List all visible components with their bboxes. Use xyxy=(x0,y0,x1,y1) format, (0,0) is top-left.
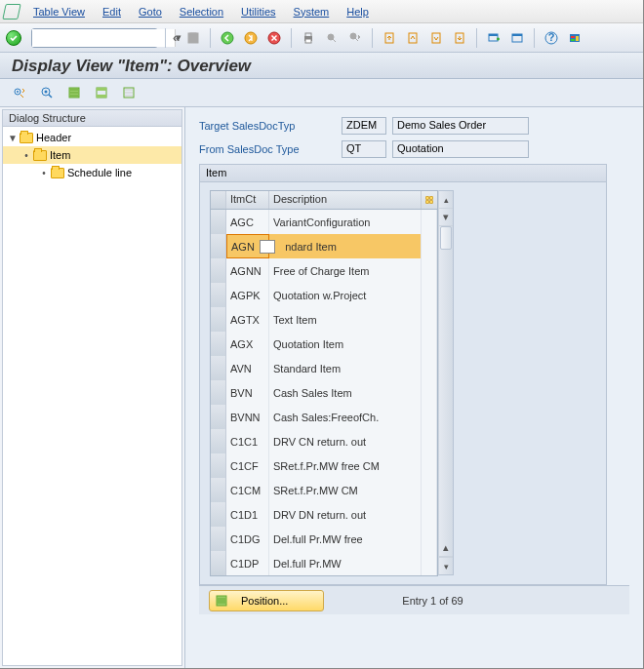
deselect-all-icon[interactable] xyxy=(119,83,139,102)
cancel-icon[interactable] xyxy=(264,28,284,48)
row-selector[interactable] xyxy=(211,234,226,258)
next-page-icon[interactable] xyxy=(426,28,446,48)
collapse-toolbar-icon[interactable]: « xyxy=(173,30,180,45)
back-icon[interactable] xyxy=(218,28,237,48)
row-selector[interactable] xyxy=(211,453,226,478)
first-page-icon[interactable] xyxy=(380,28,399,48)
scroll-up-button[interactable]: ▴ xyxy=(439,191,453,209)
table-row[interactable]: BVNCash Sales Item xyxy=(211,380,437,405)
cell-itmct[interactable]: AGNN xyxy=(226,258,269,283)
cell-itmct[interactable]: BVNN xyxy=(226,405,269,429)
cell-description[interactable]: ndard Item xyxy=(269,234,422,258)
row-selector[interactable] xyxy=(211,283,226,307)
table-row[interactable]: C1DGDel.full Pr.MW free xyxy=(211,527,437,551)
scroll-thumb[interactable] xyxy=(440,226,452,250)
prev-page-icon[interactable] xyxy=(403,28,423,48)
menu-tableview[interactable]: Table View xyxy=(25,4,93,20)
cell-itmct[interactable]: C1DP xyxy=(226,551,269,575)
table-row[interactable]: C1D1DRV DN return. out xyxy=(211,502,437,527)
tree-node-item[interactable]: •Item xyxy=(3,146,181,164)
vertical-scrollbar[interactable]: ▴ ▾ ▴ ▾ xyxy=(438,190,454,575)
col-itmct[interactable]: ItmCt xyxy=(226,191,269,209)
table-row[interactable]: C1CFSRet.f.Pr.MW free CM xyxy=(211,453,437,478)
menu-help[interactable]: Help xyxy=(339,4,377,20)
cell-itmct[interactable]: AGPK xyxy=(226,283,269,307)
toggle-display-change-icon[interactable] xyxy=(10,83,29,102)
cell-description[interactable]: Text Item xyxy=(269,307,422,332)
cell-itmct[interactable]: C1CF xyxy=(226,453,269,478)
tree-node-header[interactable]: ▼Header xyxy=(3,129,181,146)
cell-itmct[interactable]: AVN xyxy=(226,356,269,380)
row-selector[interactable] xyxy=(211,527,226,551)
scroll-down-button[interactable]: ▾ xyxy=(439,557,453,574)
cell-itmct[interactable]: AGC xyxy=(226,210,269,234)
table-row[interactable]: AGN ndard Item xyxy=(211,234,437,258)
command-field[interactable]: ▾ xyxy=(31,28,158,48)
enter-icon[interactable] xyxy=(6,30,21,46)
cell-description[interactable]: Standard Item xyxy=(269,356,422,380)
row-selector[interactable] xyxy=(211,258,226,283)
details-icon[interactable] xyxy=(37,83,57,102)
table-row[interactable]: C1C1DRV CN return. out xyxy=(211,429,437,453)
table-row[interactable]: AGCVariantConfiguration xyxy=(211,210,437,234)
cell-itmct[interactable]: AGX xyxy=(226,332,269,356)
cell-description[interactable]: SRet.f.Pr.MW CM xyxy=(269,478,422,502)
cell-itmct[interactable]: C1DG xyxy=(226,527,269,551)
cell-itmct[interactable]: C1C1 xyxy=(226,429,269,453)
cell-description[interactable]: Quotation w.Project xyxy=(269,283,422,307)
select-block-icon[interactable] xyxy=(92,83,111,102)
cell-description[interactable]: SRet.f.Pr.MW free CM xyxy=(269,453,422,478)
cell-itmct[interactable]: C1D1 xyxy=(226,502,269,527)
cell-description[interactable]: Free of Charge Item xyxy=(269,258,422,283)
cell-itmct[interactable]: BVN xyxy=(226,380,269,405)
menu-system[interactable]: System xyxy=(286,4,338,20)
new-session-icon[interactable] xyxy=(484,28,503,48)
row-selector[interactable] xyxy=(211,502,226,527)
table-row[interactable]: C1DPDel.full Pr.MW xyxy=(211,551,437,575)
scroll-down-step-button[interactable]: ▴ xyxy=(439,539,453,557)
col-row-selector[interactable] xyxy=(211,191,226,209)
help-icon[interactable]: ? xyxy=(542,28,561,48)
table-row[interactable]: BVNNCash Sales:FreeofCh. xyxy=(211,405,437,429)
select-all-icon[interactable] xyxy=(64,83,84,102)
cell-itmct[interactable]: C1CM xyxy=(226,478,269,502)
row-selector[interactable] xyxy=(211,380,226,405)
menu-utilities[interactable]: Utilities xyxy=(233,4,283,20)
cell-description[interactable]: Quotation Item xyxy=(269,332,422,356)
col-description[interactable]: Description xyxy=(269,191,422,209)
row-selector[interactable] xyxy=(211,405,226,429)
position-button[interactable]: Position... xyxy=(209,590,324,611)
last-page-icon[interactable] xyxy=(450,28,469,48)
menu-selection[interactable]: Selection xyxy=(172,4,231,20)
cell-description[interactable]: VariantConfiguration xyxy=(269,210,422,234)
print-icon[interactable] xyxy=(299,28,318,48)
row-selector[interactable] xyxy=(211,478,226,502)
cell-itmct[interactable]: AGN xyxy=(226,234,269,258)
table-row[interactable]: AGTXText Item xyxy=(211,307,437,332)
scroll-up-step-button[interactable]: ▾ xyxy=(439,209,453,226)
table-row[interactable]: AGNNFree of Charge Item xyxy=(211,258,437,283)
cell-description[interactable]: Del.full Pr.MW xyxy=(269,551,422,575)
command-input[interactable] xyxy=(32,29,175,47)
table-row[interactable]: C1CMSRet.f.Pr.MW CM xyxy=(211,478,437,502)
table-row[interactable]: AVNStandard Item xyxy=(211,356,437,380)
row-selector[interactable] xyxy=(211,307,226,332)
cell-description[interactable]: Cash Sales:FreeofCh. xyxy=(269,405,422,429)
table-row[interactable]: AGXQuotation Item xyxy=(211,332,437,356)
row-selector[interactable] xyxy=(211,429,226,453)
cell-description[interactable]: Cash Sales Item xyxy=(269,380,422,405)
row-selector[interactable] xyxy=(211,332,226,356)
table-row[interactable]: AGPKQuotation w.Project xyxy=(211,283,437,307)
row-selector[interactable] xyxy=(211,210,226,234)
table-settings-button[interactable] xyxy=(422,191,437,209)
cell-description[interactable]: DRV DN return. out xyxy=(269,502,422,527)
cell-itmct[interactable]: AGTX xyxy=(226,307,269,332)
local-layout-icon[interactable] xyxy=(565,28,584,48)
row-selector[interactable] xyxy=(211,356,226,380)
cell-description[interactable]: Del.full Pr.MW free xyxy=(269,527,422,551)
cell-description[interactable]: DRV CN return. out xyxy=(269,429,422,453)
gui-shortcut-icon[interactable] xyxy=(507,28,527,48)
menu-goto[interactable]: Goto xyxy=(131,4,170,20)
row-selector[interactable] xyxy=(211,551,226,575)
menu-edit[interactable]: Edit xyxy=(95,4,129,20)
